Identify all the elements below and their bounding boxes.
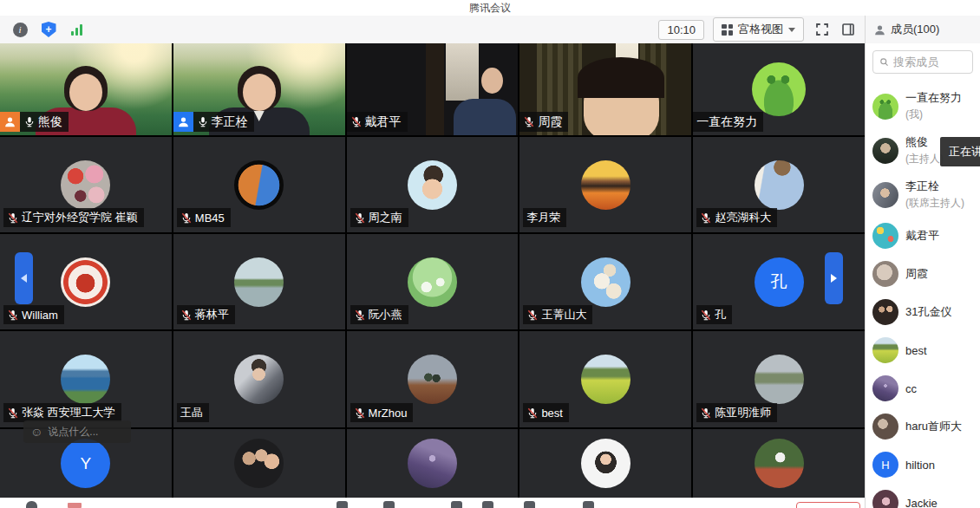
video-tile[interactable]: MrZhou [347, 331, 519, 427]
fullscreen-button[interactable] [814, 22, 830, 37]
participant-avatar [234, 355, 284, 404]
video-tile[interactable]: 李正栓 [173, 43, 345, 135]
participant-name-label: 王晶 [177, 403, 209, 422]
member-row[interactable]: cc [866, 369, 980, 407]
member-row[interactable]: 31孔金仪 [866, 293, 980, 331]
sidebar-toggle-button[interactable] [840, 22, 856, 37]
grid-prev-page-button[interactable] [15, 252, 33, 304]
participant-avatar [61, 257, 110, 307]
toolbar-icon[interactable] [524, 501, 535, 508]
participant-name-label: 陈亚明淮师 [696, 403, 777, 422]
layout-view-button[interactable]: 宫格视图 [713, 17, 804, 42]
video-tile[interactable]: 阮小燕 [347, 234, 519, 329]
video-tile[interactable]: 辽宁对外经贸学院 崔颖 [0, 137, 172, 232]
video-tile[interactable]: 王菁山大 [519, 234, 691, 329]
participant-name: MB45 [195, 212, 225, 225]
video-tile[interactable] [173, 429, 345, 498]
member-text: 戴君平 [905, 228, 939, 244]
quick-chat-bar[interactable]: ☺ 说点什么... [23, 420, 131, 443]
participant-name: 李月荣 [526, 210, 560, 225]
meeting-info-button[interactable]: i [9, 18, 31, 41]
participant-avatar [234, 257, 284, 307]
toolbar-icon[interactable] [336, 501, 348, 508]
mic-muted-icon [700, 212, 712, 225]
toolbar-icon[interactable] [482, 501, 493, 508]
video-tile[interactable]: 周霞 [519, 43, 691, 135]
video-tile[interactable] [347, 429, 519, 498]
toolbar-icon[interactable] [451, 501, 462, 508]
video-tile[interactable] [519, 429, 691, 498]
video-tile[interactable]: 蒋林平 [173, 234, 345, 329]
participant-name: 王菁山大 [541, 307, 586, 322]
member-text: haru首师大 [905, 419, 962, 434]
mic-muted-icon [354, 309, 366, 322]
grid-next-page-button[interactable] [825, 252, 843, 304]
mic-on-icon [23, 115, 36, 128]
participant-name: 蒋林平 [195, 307, 229, 322]
toolbar-icon[interactable] [583, 501, 594, 508]
mic-on-icon [197, 115, 209, 128]
member-avatar [872, 138, 898, 164]
member-row[interactable]: best [866, 331, 980, 369]
participant-name: 阮小燕 [369, 307, 402, 322]
member-panel-header: 成员(100) [866, 16, 980, 43]
video-tile[interactable]: MB45 [173, 137, 345, 232]
video-tile[interactable]: 张焱 西安理工大学 [0, 331, 172, 427]
member-row[interactable]: 戴君平 [866, 217, 980, 255]
member-panel: 成员(100) 一直在努力(我)熊俊(主持人)李正栓(联席主持人)戴君平周霞31… [865, 16, 980, 508]
participant-avatar [581, 257, 630, 307]
mic-muted-icon [350, 115, 363, 128]
video-tile[interactable]: 王晶 [173, 331, 345, 427]
tile-nameplate: 戴君平 [347, 112, 408, 132]
tile-nameplate: 李月荣 [523, 208, 566, 227]
tile-nameplate: 阮小燕 [350, 305, 408, 324]
participant-name-label: 李正栓 [193, 112, 254, 132]
participant-name: 王晶 [180, 405, 203, 420]
participant-avatar [408, 257, 457, 307]
tile-nameplate: 辽宁对外经贸学院 崔颖 [3, 208, 144, 227]
participant-name: 周之南 [369, 210, 402, 225]
end-meeting-button[interactable] [796, 502, 860, 508]
participant-avatar: 孔 [755, 257, 804, 307]
info-icon: i [13, 23, 28, 37]
video-tile[interactable]: 戴君平 [347, 43, 519, 135]
member-row[interactable]: Hhiltion [866, 446, 980, 484]
participant-name: 张焱 西安理工大学 [22, 405, 115, 420]
meeting-timer: 10:10 [658, 20, 704, 40]
tile-nameplate: William [3, 305, 64, 324]
video-tile[interactable]: 熊俊 [0, 43, 172, 135]
member-role: (我) [905, 107, 962, 122]
tile-nameplate: 一直在努力 [693, 112, 763, 132]
tile-nameplate: 张焱 西安理工大学 [3, 403, 121, 422]
meeting-security-button[interactable]: + [37, 18, 60, 41]
member-text: 周霞 [905, 266, 928, 282]
member-search-box[interactable] [872, 50, 973, 74]
member-name: hiltion [905, 459, 935, 472]
mic-muted-icon [700, 309, 712, 322]
video-tile[interactable]: 一直在努力 [693, 43, 865, 135]
video-tile[interactable]: 赵亮湖科大 [693, 137, 865, 232]
member-row[interactable]: 一直在努力(我) [866, 84, 980, 128]
member-name: cc [905, 382, 917, 395]
member-row[interactable]: Jackie [866, 484, 980, 508]
member-avatar [872, 375, 898, 401]
video-tile[interactable]: best [519, 331, 691, 427]
video-tile[interactable] [693, 429, 865, 498]
video-tile[interactable]: 周之南 [347, 137, 519, 232]
network-status-button[interactable] [66, 18, 88, 41]
video-tile[interactable]: 陈亚明淮师 [693, 331, 865, 427]
participant-name-label: 熊俊 [20, 112, 69, 132]
video-tile[interactable]: 李月荣 [519, 137, 691, 232]
toolbar-icon[interactable] [383, 501, 395, 508]
member-row[interactable]: 周霞 [866, 255, 980, 293]
participant-name-label: MB45 [177, 208, 231, 227]
member-row[interactable]: 李正栓(联席主持人) [866, 173, 980, 217]
member-name: 李正栓 [905, 179, 964, 194]
member-search-input[interactable] [893, 55, 966, 68]
mic-status-text [68, 503, 82, 508]
member-text: hiltion [905, 459, 935, 472]
member-row[interactable]: haru首师大 [866, 407, 980, 446]
security-shield-icon: + [42, 22, 56, 37]
mic-button[interactable] [26, 501, 37, 508]
bottom-toolbar [0, 498, 865, 508]
